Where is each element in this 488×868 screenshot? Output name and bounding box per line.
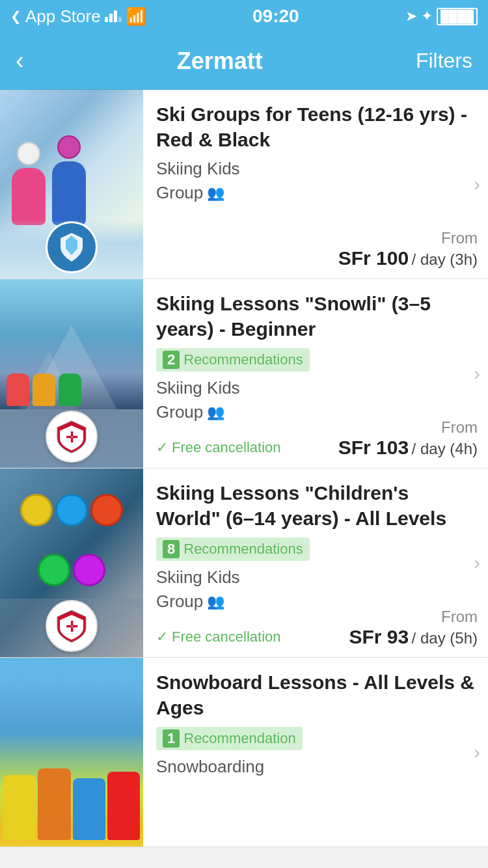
from-label-2: From bbox=[338, 418, 478, 437]
group-icon-1: 👥 bbox=[207, 185, 224, 202]
chevron-right-icon-4: › bbox=[474, 741, 480, 763]
item-category-4: Snowboarding bbox=[156, 757, 478, 777]
chevron-right-icon-2: › bbox=[474, 362, 480, 385]
item-footer-2: From SFr 103 / day (4h) bbox=[338, 418, 478, 459]
rec-text-2: Recommendations bbox=[183, 351, 303, 368]
checkmark-icon-2: ✓ bbox=[156, 439, 168, 456]
status-time: 09:20 bbox=[252, 6, 299, 27]
item-footer-1: From SFr 100 / day (3h) bbox=[338, 229, 478, 269]
item-image-snowli: ✛ bbox=[0, 279, 143, 468]
nav-title: Zermatt bbox=[177, 47, 263, 75]
list-item[interactable]: Snowboard Lessons - All Levels & Ages 1 … bbox=[0, 658, 488, 847]
battery-icon: ████ bbox=[437, 8, 478, 25]
item-title-3: Skiing Lessons "Children's World" (6–14 … bbox=[156, 480, 478, 531]
checkmark-icon-3: ✓ bbox=[156, 629, 168, 645]
provider-logo-3: ✛ bbox=[46, 600, 98, 652]
from-label-1: From bbox=[338, 229, 478, 247]
item-content-2: Skiing Lessons "Snowli" (3–5 years) - Be… bbox=[143, 279, 488, 468]
location-icon: ➤ bbox=[405, 8, 417, 25]
price-1: SFr 100 bbox=[338, 247, 409, 269]
chevron-right-icon-3: › bbox=[474, 552, 480, 574]
wifi-icon: 📶 bbox=[126, 7, 146, 27]
item-image-snowboard bbox=[0, 658, 143, 847]
item-title-1: Ski Groups for Teens (12-16 yrs) - Red &… bbox=[156, 102, 478, 152]
filters-button[interactable]: Filters bbox=[416, 49, 472, 73]
price-unit-2: / day (4h) bbox=[412, 440, 478, 457]
status-right: ➤ ✦ ████ bbox=[405, 8, 478, 25]
item-content-1: Ski Groups for Teens (12-16 yrs) - Red &… bbox=[143, 90, 488, 278]
status-bar: ❮ App Store 📶 09:20 ➤ ✦ ████ bbox=[0, 0, 488, 33]
chevron-left-icon: ❮ bbox=[10, 8, 21, 24]
item-group-1: Group 👥 bbox=[156, 183, 478, 203]
item-title-2: Skiing Lessons "Snowli" (3–5 years) - Be… bbox=[156, 291, 478, 342]
list-item[interactable]: Ski Groups for Teens (12-16 yrs) - Red &… bbox=[0, 90, 488, 279]
item-image-teens bbox=[0, 90, 143, 278]
item-footer-3: From SFr 93 / day (5h) bbox=[349, 608, 478, 648]
list-item[interactable]: ✛ Skiing Lessons "Children's World" (6–1… bbox=[0, 468, 488, 658]
back-button[interactable]: ‹ bbox=[16, 47, 24, 75]
signal-bars bbox=[105, 10, 122, 22]
item-category-3: Skiing Kids bbox=[156, 567, 478, 588]
carrier-label: App Store bbox=[25, 7, 101, 27]
svg-text:✛: ✛ bbox=[66, 429, 78, 446]
provider-logo-2: ✛ bbox=[46, 411, 98, 463]
chevron-right-icon-1: › bbox=[474, 173, 480, 195]
recommendations-badge-2: 2 Recommendations bbox=[156, 348, 310, 372]
status-left: ❮ App Store 📶 bbox=[10, 7, 146, 27]
rec-text-4: Recommendation bbox=[183, 730, 295, 747]
svg-text:✛: ✛ bbox=[66, 619, 78, 635]
price-3: SFr 93 bbox=[349, 626, 409, 647]
provider-logo-1 bbox=[46, 221, 98, 273]
item-category-1: Skiing Kids bbox=[156, 159, 478, 179]
rec-number-2: 2 bbox=[163, 351, 180, 369]
price-unit-1: / day (3h) bbox=[412, 251, 478, 268]
item-category-2: Skiing Kids bbox=[156, 378, 478, 398]
recommendations-badge-3: 8 Recommendations bbox=[156, 537, 310, 561]
group-icon-3: 👥 bbox=[207, 593, 224, 610]
rec-text-3: Recommendations bbox=[183, 541, 303, 558]
price-2: SFr 103 bbox=[338, 437, 409, 458]
item-content-4: Snowboard Lessons - All Levels & Ages 1 … bbox=[143, 658, 488, 847]
list-item[interactable]: ✛ Skiing Lessons "Snowli" (3–5 years) - … bbox=[0, 279, 488, 468]
item-title-4: Snowboard Lessons - All Levels & Ages bbox=[156, 670, 478, 720]
from-label-3: From bbox=[349, 608, 478, 626]
bluetooth-icon: ✦ bbox=[421, 8, 433, 25]
group-icon-2: 👥 bbox=[207, 404, 224, 421]
free-cancellation-2: ✓ Free cancellation bbox=[156, 439, 281, 456]
rec-number-3: 8 bbox=[163, 540, 180, 558]
price-unit-3: / day (5h) bbox=[412, 629, 478, 647]
nav-bar: ‹ Zermatt Filters bbox=[0, 33, 488, 90]
free-cancellation-3: ✓ Free cancellation bbox=[156, 629, 281, 645]
recommendations-badge-4: 1 Recommendation bbox=[156, 727, 303, 750]
rec-number-4: 1 bbox=[163, 729, 180, 748]
item-content-3: Skiing Lessons "Children's World" (6–14 … bbox=[143, 468, 488, 657]
item-image-childrens: ✛ bbox=[0, 468, 143, 657]
